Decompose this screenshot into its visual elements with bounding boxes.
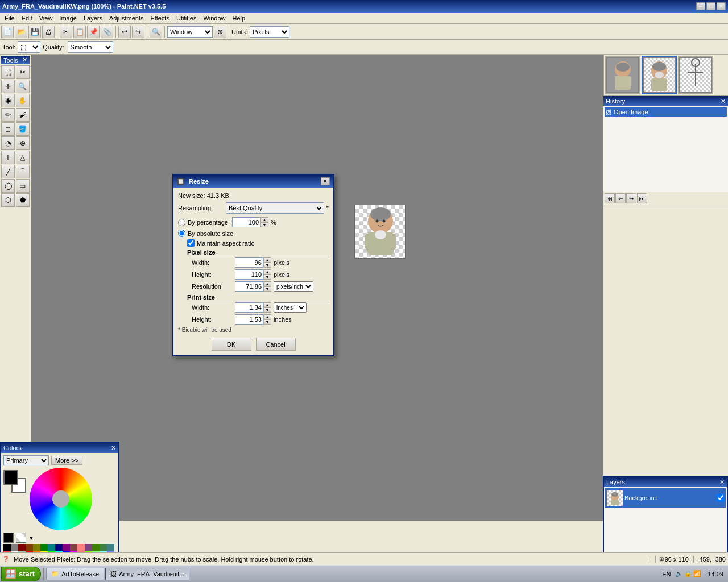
- color-wheel[interactable]: [30, 468, 92, 530]
- cut-button[interactable]: ✂: [60, 26, 72, 38]
- print-height-up[interactable]: ▲: [263, 314, 271, 319]
- palette-cell-3[interactable]: [26, 544, 33, 551]
- palette-cell-12[interactable]: [92, 544, 100, 551]
- tool-color-pick[interactable]: ◔: [1, 136, 15, 150]
- print-width-up[interactable]: ▲: [263, 302, 271, 307]
- palette-cell-13[interactable]: [100, 544, 107, 551]
- tool-fill[interactable]: 🪣: [16, 122, 30, 136]
- tool-freeform[interactable]: ⬡: [1, 193, 15, 207]
- history-last-button[interactable]: ⏭: [637, 193, 647, 203]
- thumb-1[interactable]: [605, 56, 640, 94]
- history-item-0[interactable]: 🖼 Open Image: [605, 107, 727, 117]
- print-button[interactable]: 🖨: [42, 26, 55, 38]
- ok-button[interactable]: OK: [212, 338, 251, 351]
- tool-magic-wand[interactable]: ◉: [1, 94, 15, 107]
- colors-close-icon[interactable]: ✕: [111, 444, 116, 452]
- history-first-button[interactable]: ⏮: [605, 193, 615, 203]
- palette-cell-6[interactable]: [48, 544, 55, 551]
- color-mode-select[interactable]: Primary Secondary: [3, 455, 49, 465]
- tool-curve[interactable]: ⌒: [16, 165, 30, 178]
- menu-utilities[interactable]: Utilities: [173, 14, 200, 22]
- maximize-button[interactable]: □: [706, 2, 715, 10]
- tool-shapes[interactable]: △: [16, 151, 30, 164]
- print-width-unit-select[interactable]: inches cm: [274, 302, 307, 313]
- print-height-input[interactable]: [235, 314, 263, 325]
- pixel-height-up[interactable]: ▲: [263, 269, 271, 275]
- pixel-width-input[interactable]: [235, 257, 263, 268]
- aspect-ratio-checkbox[interactable]: [187, 239, 195, 247]
- menu-file[interactable]: File: [1, 14, 18, 22]
- resolution-up[interactable]: ▲: [263, 281, 271, 286]
- palette-cell-0[interactable]: [3, 544, 11, 551]
- menu-view[interactable]: View: [36, 14, 56, 22]
- save-button[interactable]: 💾: [28, 26, 41, 38]
- thumb-3[interactable]: [678, 56, 713, 94]
- menu-adjustments[interactable]: Adjustments: [106, 14, 147, 22]
- tool-move[interactable]: ✛: [1, 80, 15, 93]
- redo-button[interactable]: ↪: [132, 26, 144, 38]
- layers-close-icon[interactable]: ✕: [719, 479, 725, 486]
- tool-clone[interactable]: ⊕: [16, 136, 30, 150]
- resampling-select[interactable]: Best Quality Bilinear Bicubic Nearest Ne…: [226, 202, 324, 214]
- paste2-button[interactable]: 📎: [101, 26, 113, 38]
- tool-pencil[interactable]: ✏: [1, 108, 15, 122]
- more-icon[interactable]: ▼: [28, 535, 34, 541]
- tool-rect[interactable]: ▭: [16, 179, 30, 193]
- tool-rect-select[interactable]: ⬚: [1, 65, 15, 79]
- palette-cell-2[interactable]: [18, 544, 26, 551]
- tool-eraser[interactable]: ◻: [1, 122, 15, 136]
- palette-cell-9[interactable]: [70, 544, 77, 551]
- new-button[interactable]: 📄: [1, 26, 14, 38]
- resolution-down[interactable]: ▼: [263, 286, 271, 292]
- pixel-width-up[interactable]: ▲: [263, 257, 271, 263]
- tool-lasso[interactable]: ✂: [16, 65, 30, 79]
- print-width-down[interactable]: ▼: [263, 307, 271, 313]
- tool-hand[interactable]: ✋: [16, 94, 30, 107]
- percentage-input[interactable]: [232, 217, 260, 227]
- menu-edit[interactable]: Edit: [18, 14, 36, 22]
- menu-image[interactable]: Image: [56, 14, 80, 22]
- tool-select[interactable]: ⬚: [18, 41, 40, 53]
- menu-window[interactable]: Window: [200, 14, 229, 22]
- pixel-height-input[interactable]: [235, 269, 263, 280]
- tool-brush[interactable]: 🖌: [16, 108, 30, 122]
- thumb-2[interactable]: [642, 56, 677, 94]
- print-width-input[interactable]: [235, 302, 263, 313]
- layer-item-0[interactable]: Background: [605, 488, 726, 508]
- undo-button[interactable]: ↩: [118, 26, 131, 38]
- close-window-button[interactable]: ✕: [717, 2, 726, 10]
- taskbar-item-0[interactable]: 📁 ArtToRelease: [46, 568, 104, 580]
- tool-zoom[interactable]: 🔍: [16, 80, 30, 93]
- open-button[interactable]: 📂: [15, 26, 27, 38]
- units-select[interactable]: Pixels Inches Centimeters: [250, 26, 289, 38]
- tool-polygon[interactable]: ⬟: [16, 193, 30, 207]
- minimize-button[interactable]: ─: [696, 2, 705, 10]
- history-close-icon[interactable]: ✕: [721, 98, 726, 105]
- menu-layers[interactable]: Layers: [80, 14, 106, 22]
- zoom-button[interactable]: 🔍: [150, 26, 162, 38]
- print-height-down[interactable]: ▼: [263, 319, 271, 325]
- history-prev-button[interactable]: ↩: [615, 193, 626, 203]
- pixel-width-down[interactable]: ▼: [263, 263, 271, 268]
- primary-swatch[interactable]: [3, 470, 18, 485]
- palette-cell-1[interactable]: [11, 544, 18, 551]
- history-next-button[interactable]: ↪: [626, 193, 636, 203]
- zoom-fit-button[interactable]: ⊕: [214, 26, 226, 38]
- by-percentage-radio-input[interactable]: [178, 219, 185, 226]
- resolution-unit-select[interactable]: pixels/inch pixels/cm: [274, 281, 313, 292]
- quality-select[interactable]: Smooth Hard Edge: [68, 41, 113, 53]
- layer-visibility-checkbox[interactable]: [717, 494, 725, 502]
- palette-cell-5[interactable]: [40, 544, 48, 551]
- tool-ellipse[interactable]: ◯: [1, 179, 15, 193]
- percentage-up-button[interactable]: ▲: [260, 217, 268, 222]
- tools-close-icon[interactable]: ✕: [22, 56, 27, 64]
- copy-button[interactable]: 📋: [73, 26, 86, 38]
- palette-cell-7[interactable]: [55, 544, 63, 551]
- percentage-down-button[interactable]: ▼: [260, 222, 268, 227]
- transparent-btn[interactable]: [16, 533, 26, 543]
- menu-help[interactable]: Help: [229, 14, 249, 22]
- tool-text[interactable]: T: [1, 151, 15, 164]
- resolution-input[interactable]: [235, 281, 263, 292]
- cancel-button[interactable]: Cancel: [256, 338, 296, 351]
- pixel-height-down[interactable]: ▼: [263, 275, 271, 280]
